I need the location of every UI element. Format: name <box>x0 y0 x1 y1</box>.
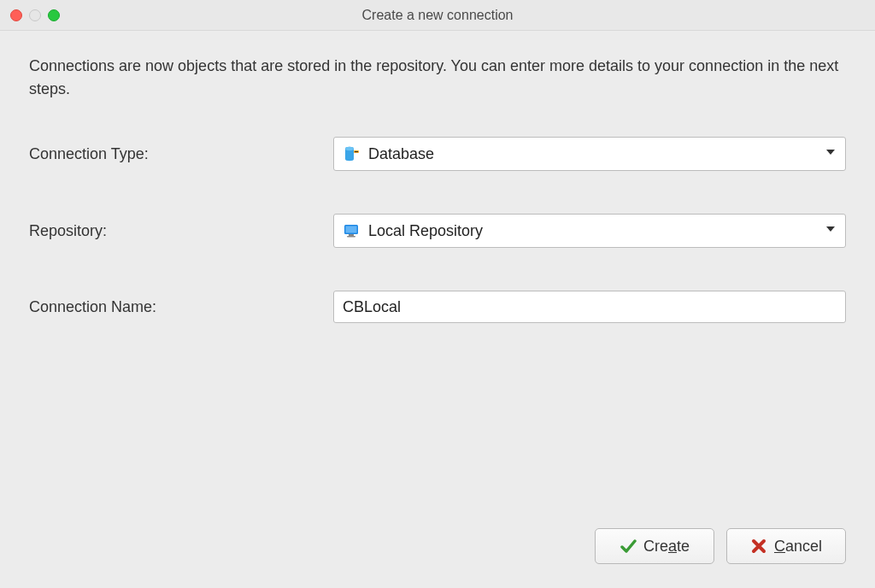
dialog-buttons: Create Cancel <box>29 520 846 573</box>
monitor-icon <box>343 222 360 239</box>
dialog-description: Connections are now objects that are sto… <box>29 55 846 101</box>
connection-type-value: Database <box>368 145 825 163</box>
repository-label: Repository: <box>29 222 333 240</box>
titlebar: Create a new connection <box>0 0 875 31</box>
create-connection-window: Create a new connection Connections are … <box>0 0 875 588</box>
repository-row: Repository: Local Repository <box>29 214 846 248</box>
traffic-lights <box>10 9 60 21</box>
create-button[interactable]: Create <box>595 528 714 564</box>
x-icon <box>750 538 767 555</box>
repository-select[interactable]: Local Repository <box>333 214 846 248</box>
cancel-button-label: Cancel <box>774 538 822 556</box>
svg-rect-5 <box>346 226 357 233</box>
maximize-window-button[interactable] <box>48 9 60 21</box>
connection-name-row: Connection Name: <box>29 291 846 323</box>
minimize-window-button[interactable] <box>29 9 41 21</box>
svg-rect-3 <box>355 151 358 152</box>
check-icon <box>620 538 637 555</box>
connection-name-input[interactable] <box>333 291 846 323</box>
connection-type-select[interactable]: Database <box>333 137 846 171</box>
repository-value: Local Repository <box>368 222 825 240</box>
close-window-button[interactable] <box>10 9 22 21</box>
connection-type-row: Connection Type: <box>29 137 846 171</box>
cancel-button[interactable]: Cancel <box>726 528 846 564</box>
create-button-label: Create <box>643 538 690 556</box>
chevron-down-icon <box>825 223 837 238</box>
dialog-content: Connections are now objects that are sto… <box>0 31 875 588</box>
svg-rect-6 <box>349 234 354 236</box>
svg-rect-7 <box>347 236 355 238</box>
connection-name-label: Connection Name: <box>29 298 333 316</box>
database-icon <box>343 145 360 162</box>
chevron-down-icon <box>825 146 837 162</box>
connection-form: Connection Type: <box>29 137 846 323</box>
window-title: Create a new connection <box>362 8 514 23</box>
svg-point-1 <box>345 147 354 150</box>
connection-type-label: Connection Type: <box>29 145 333 163</box>
